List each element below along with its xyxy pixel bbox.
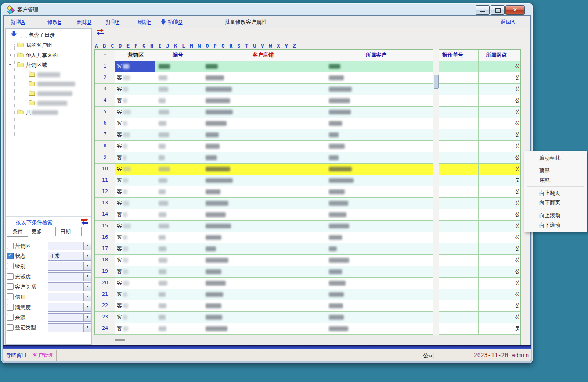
owner-cell[interactable] <box>325 186 427 197</box>
column-header[interactable]: 所属网点 <box>479 50 514 61</box>
owner-cell[interactable] <box>325 107 427 118</box>
owner-cell[interactable] <box>325 232 427 243</box>
dropdown-arrow-icon[interactable]: ▾ <box>83 272 91 281</box>
clipped-cell[interactable]: 吴 <box>514 323 519 334</box>
shop-cell[interactable] <box>201 164 325 175</box>
marketing-area-cell[interactable]: 客 <box>115 84 155 95</box>
alphabet-letter[interactable]: T <box>245 43 248 49</box>
row-number-cell[interactable]: 18 <box>95 255 115 266</box>
marketing-area-cell[interactable]: 客 <box>115 107 155 118</box>
shop-cell[interactable] <box>201 312 325 323</box>
filter-dropdown[interactable] <box>48 272 84 281</box>
marketing-area-cell[interactable]: 客 <box>115 175 155 186</box>
minimize-button[interactable] <box>476 5 490 15</box>
network-cell[interactable] <box>479 95 514 106</box>
table-row[interactable]: 19 客 公 <box>95 266 520 278</box>
search-conditions-title[interactable]: 按以下条件检索 <box>16 219 53 226</box>
marketing-area-cell[interactable]: 客 <box>115 198 155 209</box>
owner-cell[interactable] <box>325 118 427 129</box>
filter-checkbox[interactable] <box>7 273 14 280</box>
shop-cell[interactable] <box>201 300 325 311</box>
column-header[interactable]: 客户店铺 <box>201 50 325 61</box>
marketing-area-cell[interactable]: 客 <box>115 61 155 72</box>
table-row[interactable]: 12 客 公 <box>95 186 520 198</box>
shop-cell[interactable] <box>201 255 325 266</box>
owner-cell[interactable] <box>325 72 427 83</box>
menu-item[interactable]: 底部 <box>524 175 587 185</box>
alphabet-letter[interactable]: G <box>142 43 145 49</box>
down-arrow-icon[interactable] <box>11 31 17 38</box>
network-cell[interactable] <box>479 232 514 243</box>
filter-checkbox[interactable] <box>7 293 14 300</box>
owner-cell[interactable] <box>325 209 427 220</box>
network-cell[interactable] <box>479 175 514 186</box>
code-cell[interactable] <box>155 152 201 163</box>
marketing-area-cell[interactable]: 客 <box>115 221 155 232</box>
table-row[interactable]: 8 客 公 <box>95 141 520 152</box>
code-cell[interactable] <box>155 209 201 220</box>
owner-cell[interactable] <box>325 323 427 334</box>
owner-cell[interactable] <box>325 84 427 95</box>
marketing-area-cell[interactable]: 客 <box>115 232 155 243</box>
table-row[interactable]: 16 客 公 <box>95 232 520 243</box>
shop-cell[interactable] <box>201 118 325 129</box>
shop-cell[interactable] <box>201 141 325 152</box>
code-cell[interactable] <box>155 255 201 266</box>
clipped-cell[interactable]: 公 <box>514 72 519 83</box>
dropdown-arrow-icon[interactable]: ▾ <box>83 242 91 250</box>
code-cell[interactable] <box>155 129 201 140</box>
horizontal-scrollbar-thumb[interactable] <box>115 339 125 341</box>
table-row[interactable]: 2 客 公 <box>95 72 520 84</box>
filter-dropdown[interactable]: 正常 <box>48 252 84 261</box>
row-number-cell[interactable]: 15 <box>95 221 115 232</box>
title-bar[interactable]: 客户管理 × <box>1 3 533 15</box>
column-header[interactable]: 所属客户 <box>325 50 427 61</box>
code-cell[interactable] <box>155 266 201 277</box>
owner-cell[interactable] <box>325 300 427 311</box>
tab-customer-management[interactable]: 客户管理 <box>32 352 54 359</box>
menu-item[interactable]: 向下滚动 <box>524 220 587 230</box>
shop-cell[interactable] <box>201 175 325 186</box>
marketing-area-cell[interactable]: 客 <box>115 164 155 175</box>
alphabet-letter[interactable]: A <box>95 43 98 49</box>
marketing-area-cell[interactable]: 客 <box>115 209 155 220</box>
code-cell[interactable] <box>155 323 201 334</box>
clipped-cell[interactable]: 公 <box>514 198 519 209</box>
marketing-area-cell[interactable]: 客 <box>115 300 155 311</box>
owner-cell[interactable] <box>325 255 427 266</box>
tree-item[interactable] <box>6 79 91 88</box>
toolbar-button[interactable]: 刷新F <box>137 18 151 26</box>
menu-item[interactable]: 向上翻页 <box>524 188 587 198</box>
owner-cell[interactable] <box>325 243 427 254</box>
alphabet-letter[interactable]: M <box>190 43 193 49</box>
shop-cell[interactable] <box>201 266 325 277</box>
shop-cell[interactable] <box>201 72 325 83</box>
include-subfolder-checkbox[interactable] <box>21 32 27 38</box>
tree-item[interactable]: › 营销区域 <box>6 60 91 69</box>
filter-dropdown[interactable] <box>48 242 84 250</box>
alphabet-letter[interactable]: F <box>134 43 137 49</box>
network-cell[interactable] <box>479 221 514 232</box>
network-cell[interactable] <box>479 152 514 163</box>
owner-cell[interactable] <box>325 164 427 175</box>
network-cell[interactable] <box>479 164 514 175</box>
clipped-cell[interactable]: 公 <box>514 209 519 220</box>
shop-cell[interactable] <box>201 198 325 209</box>
clipped-cell[interactable]: 公 <box>514 107 519 118</box>
alphabet-letter[interactable]: Q <box>221 43 224 49</box>
alphabet-letter[interactable]: W <box>269 43 272 49</box>
tree-item[interactable] <box>6 98 91 107</box>
clipped-cell[interactable]: 公 <box>514 266 519 277</box>
clipped-cell[interactable]: 公 <box>514 221 519 232</box>
table-row[interactable]: 20 客 公 <box>95 278 520 289</box>
toolbar-button[interactable]: 功能O <box>161 18 182 26</box>
row-number-cell[interactable]: 8 <box>95 141 115 152</box>
tab-conditions[interactable]: 条件 <box>7 227 28 237</box>
alphabet-letter[interactable]: B <box>103 43 106 49</box>
filter-dropdown[interactable] <box>48 282 84 291</box>
menu-item[interactable]: 顶部 <box>524 166 587 175</box>
table-row[interactable]: 23 客 公 <box>95 312 520 323</box>
clipped-cell[interactable]: 公 <box>514 289 519 300</box>
code-cell[interactable] <box>155 84 201 95</box>
filter-checkbox[interactable] <box>7 304 14 311</box>
